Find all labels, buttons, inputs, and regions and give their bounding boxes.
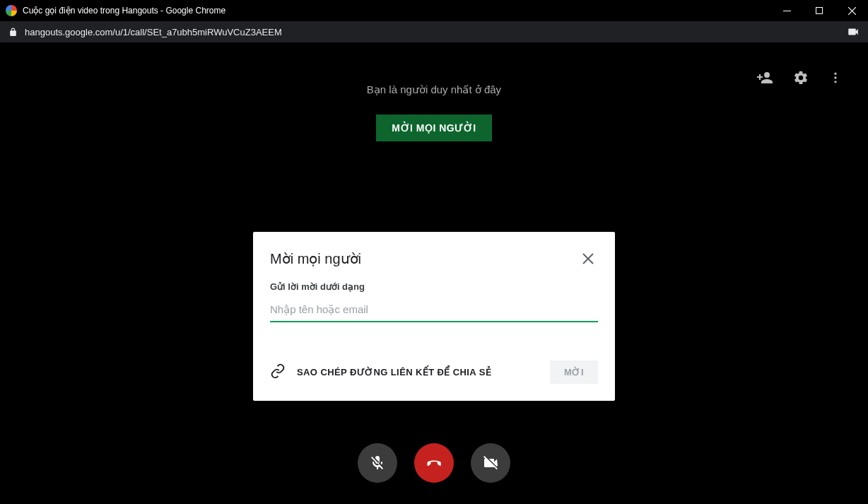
close-window-button[interactable] [835, 0, 868, 21]
lock-icon [8, 28, 18, 37]
invite-modal: Mời mọi người Gửi lời mời dưới dạng SAO … [253, 232, 615, 401]
banner-text: Bạn là người duy nhất ở đây [0, 83, 868, 96]
mute-microphone-button[interactable] [358, 443, 397, 483]
url-text[interactable]: hangouts.google.com/u/1/call/SEt_a7ubh5m… [25, 27, 847, 37]
svg-point-6 [834, 81, 836, 83]
chrome-favicon [6, 5, 17, 16]
call-controls [0, 443, 868, 483]
hangup-button[interactable] [414, 443, 454, 483]
address-bar: hangouts.google.com/u/1/call/SEt_a7ubh5m… [0, 21, 868, 42]
modal-footer: SAO CHÉP ĐƯỜNG LIÊN KẾT ĐỂ CHIA SẺ MỜI [270, 361, 598, 384]
camera-off-button[interactable] [471, 443, 510, 483]
svg-point-5 [834, 76, 836, 78]
send-invite-button[interactable]: MỜI [550, 361, 598, 384]
link-icon [270, 363, 286, 382]
window-controls [770, 0, 868, 21]
window-titlebar: Cuộc gọi điện video trong Hangouts - Goo… [0, 0, 868, 21]
more-vert-icon[interactable] [828, 71, 843, 85]
modal-title: Mời mọi người [270, 250, 361, 267]
copy-link-button[interactable]: SAO CHÉP ĐƯỜNG LIÊN KẾT ĐỂ CHIA SẺ [270, 363, 491, 382]
svg-rect-1 [816, 8, 823, 14]
minimize-button[interactable] [770, 0, 803, 21]
modal-header: Mời mọi người [270, 249, 598, 269]
empty-call-banner: Bạn là người duy nhất ở đây MỜI MỌI NGƯỜ… [0, 83, 868, 141]
invite-everyone-button[interactable]: MỜI MỌI NGƯỜI [376, 115, 491, 141]
invite-name-email-input[interactable] [270, 299, 598, 322]
modal-subhead: Gửi lời mời dưới dạng [270, 281, 598, 292]
svg-point-4 [834, 73, 836, 75]
close-icon[interactable] [578, 249, 598, 269]
maximize-button[interactable] [803, 0, 835, 21]
window-title: Cuộc gọi điện video trong Hangouts - Goo… [23, 6, 770, 16]
camera-permission-icon[interactable] [847, 25, 860, 38]
call-screen: Bạn là người duy nhất ở đây MỜI MỌI NGƯỜ… [0, 42, 868, 504]
copy-link-label: SAO CHÉP ĐƯỜNG LIÊN KẾT ĐỂ CHIA SẺ [297, 367, 491, 377]
